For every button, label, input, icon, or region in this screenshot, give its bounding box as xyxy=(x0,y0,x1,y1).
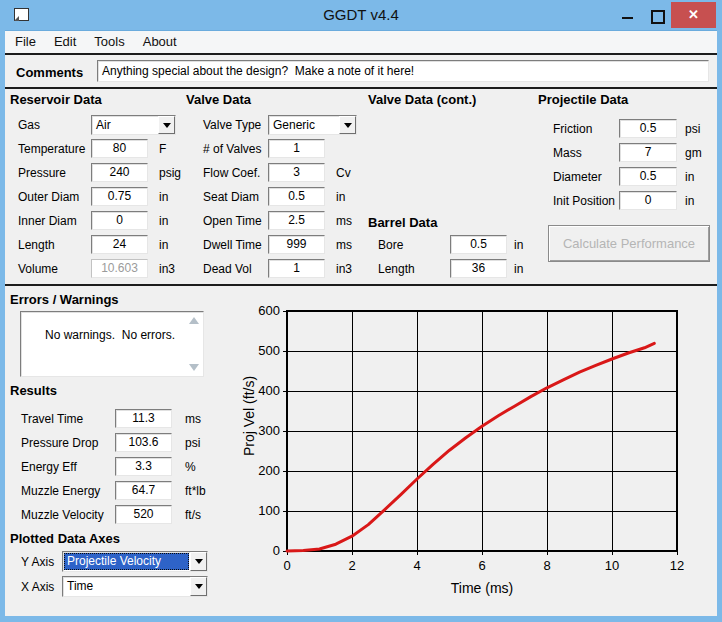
valve-cont-section-title: Valve Data (cont.) xyxy=(368,92,476,107)
dwell-time-input[interactable]: 999 xyxy=(268,235,325,254)
outer-diam-input[interactable]: 0.75 xyxy=(91,187,148,206)
friction-label: Friction xyxy=(553,122,592,136)
init-position-label: Init Position xyxy=(553,194,615,208)
inner-diam-label: Inner Diam xyxy=(18,214,77,228)
inner-diam-input[interactable]: 0 xyxy=(91,211,148,230)
pressure-drop-input[interactable]: 103.6 xyxy=(115,433,172,452)
svg-text:400: 400 xyxy=(258,383,280,398)
menu-item-edit[interactable]: Edit xyxy=(45,31,85,53)
friction-input[interactable]: 0.5 xyxy=(619,119,677,138)
errors-warnings-box[interactable]: No warnings. No errors. xyxy=(20,311,204,377)
dead-vol-unit: in3 xyxy=(336,262,352,276)
dead-vol-input[interactable]: 1 xyxy=(268,259,325,278)
flow-coef-unit: Cv xyxy=(336,166,351,180)
travel-time-input[interactable]: 11.3 xyxy=(115,409,172,428)
field-row-init-position: Init Position0in xyxy=(548,191,722,210)
field-row-pressure-drop: Pressure Drop103.6psi xyxy=(10,433,240,452)
separator-line xyxy=(5,53,717,55)
length-unit: in xyxy=(514,262,523,276)
x-axis-label: X Axis xyxy=(21,580,54,594)
field-row-flow-coef: Flow Coef.3Cv xyxy=(196,163,426,182)
svg-text:10: 10 xyxy=(605,558,619,573)
title-bar: GGDT v4.4 ✕ xyxy=(0,0,722,30)
pressure-drop-label: Pressure Drop xyxy=(21,436,98,450)
energy-eff-unit: % xyxy=(185,460,196,474)
field-row-energy-eff: Energy Eff3.3% xyxy=(10,457,240,476)
chevron-down-icon[interactable] xyxy=(190,577,207,596)
comments-input[interactable]: Anything special about the design? Make … xyxy=(97,60,709,82)
field-row-muzzle-velocity: Muzzle Velocity520ft/s xyxy=(10,505,240,524)
svg-text:Proj Vel (ft/s): Proj Vel (ft/s) xyxy=(241,376,257,456)
temperature-input[interactable]: 80 xyxy=(91,139,148,158)
svg-text:500: 500 xyxy=(258,343,280,358)
svg-text:6: 6 xyxy=(478,558,485,573)
svg-text:600: 600 xyxy=(258,303,280,318)
errors-section-title: Errors / Warnings xyxy=(10,292,119,307)
reservoir-section-title: Reservoir Data xyxy=(10,92,102,107)
chevron-down-icon[interactable] xyxy=(190,552,207,571)
gas-select[interactable]: Air xyxy=(91,115,176,135)
travel-time-label: Travel Time xyxy=(21,412,83,426)
pressure-unit: psig xyxy=(159,166,181,180)
length-label: Length xyxy=(378,262,415,276)
muzzle-energy-input[interactable]: 64.7 xyxy=(115,481,172,500)
maximize-icon[interactable] xyxy=(642,2,671,28)
valve-type-label: Valve Type xyxy=(203,118,261,132)
results-section-title: Results xyxy=(10,383,57,398)
flow-coef-label: Flow Coef. xyxy=(203,166,260,180)
pressure-input[interactable]: 240 xyxy=(91,163,148,182)
friction-unit: psi xyxy=(685,122,700,136)
muzzle-velocity-input[interactable]: 520 xyxy=(115,505,172,524)
chevron-down-icon[interactable] xyxy=(339,116,356,134)
init-position-unit: in xyxy=(685,194,694,208)
valve-section-title: Valve Data xyxy=(186,92,251,107)
of-valves-input[interactable]: 1 xyxy=(268,139,325,158)
volume-input: 10.603 xyxy=(91,259,148,278)
init-position-input[interactable]: 0 xyxy=(619,191,677,210)
field-row-diameter: Diameter0.5in xyxy=(548,167,722,186)
dwell-time-unit: ms xyxy=(336,238,352,252)
mass-unit: gm xyxy=(685,146,702,160)
y-axis-label: Y Axis xyxy=(21,555,54,569)
svg-text:300: 300 xyxy=(258,423,280,438)
scroll-down-icon[interactable] xyxy=(189,364,199,371)
seat-diam-label: Seat Diam xyxy=(203,190,259,204)
dead-vol-label: Dead Vol xyxy=(203,262,252,276)
length-input[interactable]: 24 xyxy=(91,235,148,254)
minimize-icon[interactable] xyxy=(613,2,642,28)
bore-input[interactable]: 0.5 xyxy=(450,235,507,254)
muzzle-velocity-label: Muzzle Velocity xyxy=(21,508,104,522)
length-input[interactable]: 36 xyxy=(450,259,507,278)
menu-item-file[interactable]: File xyxy=(6,31,45,53)
calculate-performance-button[interactable]: Calculate Performance xyxy=(548,225,710,262)
field-row-friction: Friction0.5psi xyxy=(548,119,722,138)
mass-input[interactable]: 7 xyxy=(619,143,677,162)
separator-line xyxy=(5,284,717,286)
svg-text:Time (ms): Time (ms) xyxy=(451,580,513,596)
svg-text:12: 12 xyxy=(670,558,684,573)
open-time-input[interactable]: 2.5 xyxy=(268,211,325,230)
energy-eff-input[interactable]: 3.3 xyxy=(115,457,172,476)
x-axis-select[interactable]: Time xyxy=(62,576,208,597)
y-axis-select[interactable]: Projectile Velocity xyxy=(62,551,208,572)
plotted-axes-section-title: Plotted Data Axes xyxy=(10,531,120,546)
results-fields: Travel Time11.3msPressure Drop103.6psiEn… xyxy=(10,409,240,529)
menu-item-about[interactable]: About xyxy=(134,31,186,53)
menu-item-tools[interactable]: Tools xyxy=(85,31,133,53)
length-label: Length xyxy=(18,238,55,252)
bore-label: Bore xyxy=(378,238,403,252)
svg-text:8: 8 xyxy=(543,558,550,573)
form-content: FileEditToolsAbout Comments Anything spe… xyxy=(5,30,717,616)
field-row-travel-time: Travel Time11.3ms xyxy=(10,409,240,428)
svg-text:4: 4 xyxy=(413,558,420,573)
close-icon[interactable]: ✕ xyxy=(671,2,716,28)
chevron-down-icon[interactable] xyxy=(158,116,175,134)
svg-text:0: 0 xyxy=(273,543,280,558)
scroll-up-icon[interactable] xyxy=(189,317,199,324)
valve-type-select[interactable]: Generic xyxy=(268,115,357,135)
seat-diam-input[interactable]: 0.5 xyxy=(268,187,325,206)
diameter-input[interactable]: 0.5 xyxy=(619,167,677,186)
valve-type-selected-value: Generic xyxy=(270,117,338,133)
flow-coef-input[interactable]: 3 xyxy=(268,163,325,182)
svg-text:200: 200 xyxy=(258,463,280,478)
